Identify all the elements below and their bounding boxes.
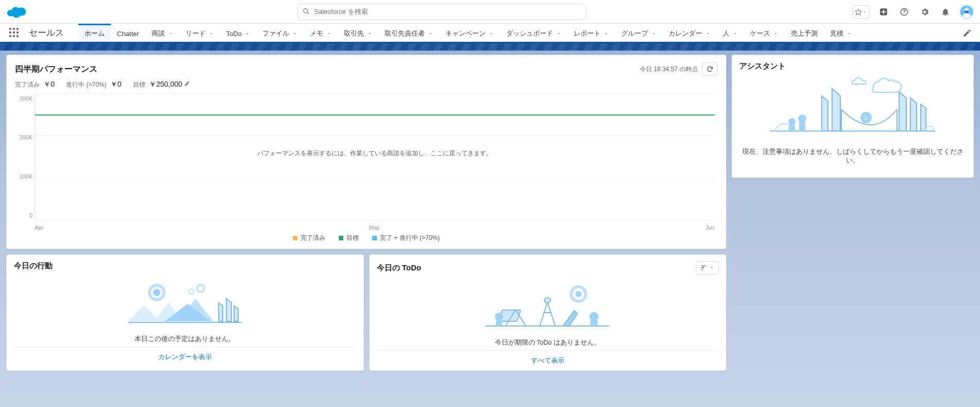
svg-text:Z: Z <box>865 116 868 121</box>
salesforce-logo[interactable] <box>6 5 27 19</box>
notifications-bell-icon[interactable] <box>939 5 952 19</box>
edit-goal-pencil-icon[interactable] <box>184 81 190 88</box>
svg-point-40 <box>495 313 503 321</box>
assistant-illustration: Z <box>739 73 966 140</box>
svg-marker-6 <box>855 9 861 15</box>
nav-item-17[interactable]: 見積 <box>824 24 858 42</box>
chevron-down-icon <box>733 31 738 36</box>
metric-closed: 完了済み ￥0 <box>15 80 55 89</box>
help-icon[interactable] <box>898 5 911 19</box>
user-avatar[interactable] <box>959 5 974 19</box>
chevron-down-icon <box>209 31 214 36</box>
metric-goal: 目標 ￥250,000 <box>133 80 190 89</box>
nav-item-1[interactable]: Chatter <box>111 24 145 42</box>
global-header <box>0 0 980 24</box>
nav-item-16[interactable]: 売上予測 <box>785 24 824 42</box>
tasks-view-all-link[interactable]: すべて表示 <box>377 350 719 370</box>
tasks-illustration <box>377 276 719 333</box>
search-input[interactable] <box>297 4 586 20</box>
chevron-down-icon <box>326 31 331 36</box>
chevron-down-icon <box>846 31 852 36</box>
nav-item-7[interactable]: 取引先 <box>338 24 378 42</box>
metric-open: 進行中 (>70%) ￥0 <box>66 80 122 89</box>
chart-empty-message: パフォーマンスを表示するには、作業している商談を追加し、ここに戻ってきます。 <box>35 149 715 158</box>
header-utilities <box>852 5 974 19</box>
svg-line-33 <box>540 302 547 326</box>
events-title: 今日の行動 <box>14 261 356 271</box>
perf-metrics: 完了済み ￥0 進行中 (>70%) ￥0 目標 ￥250,000 <box>15 80 718 89</box>
chevron-down-icon <box>168 31 173 36</box>
nav-item-12[interactable]: グループ <box>615 24 662 42</box>
today-events-card: 今日の行動 <box>6 254 364 371</box>
tasks-title: 今日の ToDo <box>377 263 421 273</box>
svg-line-5 <box>307 12 309 14</box>
tasks-sort-button[interactable] <box>696 261 719 274</box>
svg-marker-37 <box>563 311 577 326</box>
nav-item-label: 取引先 <box>344 29 364 38</box>
svg-point-36 <box>544 298 551 303</box>
refresh-button[interactable] <box>702 62 718 76</box>
nav-item-5[interactable]: ファイル <box>256 24 304 42</box>
perf-chart: 300K200K100K0 パフォーマンスを表示するには、作業している商談を追加… <box>15 93 718 233</box>
nav-item-13[interactable]: カレンダー <box>662 24 717 42</box>
nav-item-label: カレンダー <box>669 29 702 38</box>
chart-ytick: 200K <box>19 134 32 140</box>
svg-marker-44 <box>832 89 840 131</box>
nav-item-label: Chatter <box>117 30 139 38</box>
chevron-down-icon <box>245 31 250 36</box>
chevron-down-icon <box>556 31 561 36</box>
nav-item-4[interactable]: ToDo <box>220 24 256 42</box>
favorites-button[interactable] <box>852 5 870 19</box>
left-column: 四半期パフォーマンス 今日 18:34:57 の時点 完了済み ￥0 進行中 (… <box>6 55 726 371</box>
events-empty-text: 本日この後の予定はありません。 <box>14 335 356 344</box>
chart-legend: 完了済み目標完了 + 進行中 (>70%) <box>15 233 718 246</box>
nav-item-label: 見積 <box>830 29 843 38</box>
nav-item-10[interactable]: ダッシュボード <box>500 24 568 42</box>
svg-marker-45 <box>899 92 906 131</box>
nav-item-15[interactable]: ケース <box>744 24 785 42</box>
nav-item-8[interactable]: 取引先責任者 <box>378 24 439 42</box>
svg-marker-19 <box>226 299 231 321</box>
chart-ytick: 300K <box>19 95 32 102</box>
svg-point-3 <box>13 12 21 18</box>
nav-item-2[interactable]: 商談 <box>145 24 179 42</box>
app-name: セールス <box>29 27 64 39</box>
nav-item-3[interactable]: リード <box>179 24 220 42</box>
legend-item: 完了 + 進行中 (>70%) <box>372 234 440 242</box>
svg-rect-41 <box>496 320 502 326</box>
events-view-calendar-link[interactable]: カレンダーを表示 <box>14 347 356 367</box>
perf-as-of-text: 今日 18:34:57 の時点 <box>640 65 698 74</box>
nav-item-14[interactable]: 人 <box>717 24 744 42</box>
chevron-down-icon <box>705 31 710 36</box>
nav-item-label: ホーム <box>85 29 105 38</box>
context-nav-bar: セールス ホームChatter商談リードToDoファイルメモ取引先取引先責任者キ… <box>0 24 980 43</box>
nav-item-label: キャンペーン <box>445 29 486 38</box>
chevron-down-icon <box>604 31 609 36</box>
chevron-down-icon <box>489 31 494 36</box>
global-actions-button[interactable] <box>877 5 890 19</box>
svg-rect-53 <box>799 122 805 131</box>
chart-xtick: May <box>369 224 380 231</box>
svg-marker-46 <box>910 98 917 131</box>
chart-goal-line <box>35 115 715 116</box>
svg-point-21 <box>197 285 204 292</box>
nav-item-label: ファイル <box>262 29 289 38</box>
nav-item-label: 売上予測 <box>791 29 818 38</box>
chart-xtick: Apr <box>35 224 43 231</box>
setup-gear-icon[interactable] <box>918 5 932 19</box>
nav-item-9[interactable]: キャンペーン <box>439 24 500 42</box>
assistant-card: アシスタント <box>732 55 974 178</box>
nav-item-label: グループ <box>621 29 648 38</box>
nav-item-0[interactable]: ホーム <box>78 24 111 42</box>
nav-item-label: ダッシュボード <box>506 29 553 38</box>
svg-point-15 <box>153 289 160 296</box>
chart-ytick: 100K <box>19 173 32 180</box>
decorative-strip <box>0 43 980 51</box>
app-launcher-icon[interactable] <box>9 28 20 38</box>
nav-item-11[interactable]: レポート <box>568 24 615 42</box>
svg-line-34 <box>547 302 555 326</box>
edit-nav-pencil-icon[interactable] <box>960 26 974 40</box>
nav-item-6[interactable]: メモ <box>304 24 338 42</box>
nav-item-label: 取引先責任者 <box>385 29 425 38</box>
nav-item-label: 人 <box>723 29 729 38</box>
